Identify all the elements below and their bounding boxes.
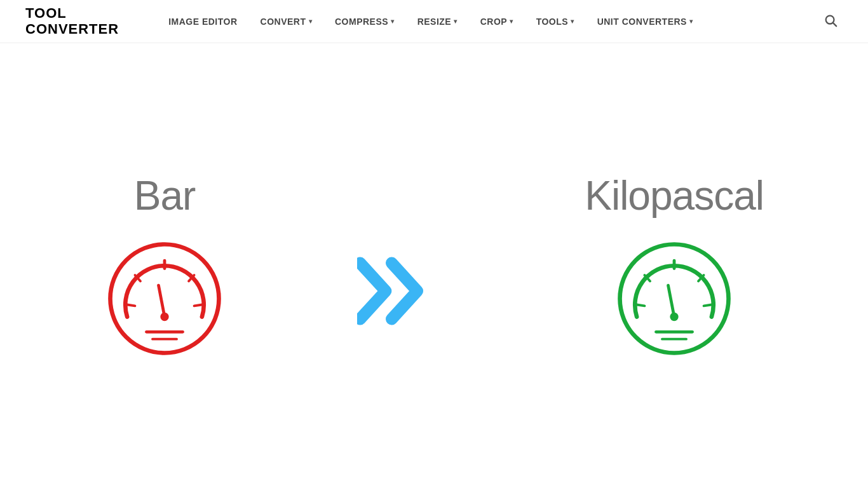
svg-line-18 — [668, 285, 675, 316]
from-gauge-icon — [104, 238, 225, 359]
svg-line-1 — [833, 23, 836, 26]
from-unit-label: Bar — [134, 172, 196, 219]
search-icon[interactable] — [818, 8, 843, 35]
nav-item-resize[interactable]: RESIZE▾ — [406, 0, 469, 43]
chevron-down-icon: ▾ — [391, 18, 395, 25]
svg-point-19 — [670, 313, 678, 321]
svg-line-8 — [159, 285, 165, 316]
svg-line-6 — [127, 305, 135, 306]
chevron-down-icon: ▾ — [510, 18, 513, 25]
nav-item-unit-converters[interactable]: UNIT CONVERTERS▾ — [586, 0, 705, 43]
to-unit-label: Kilopascal — [585, 172, 764, 219]
to-gauge-icon — [614, 238, 735, 359]
to-unit-block: Kilopascal — [585, 172, 764, 359]
chevron-down-icon: ▾ — [454, 18, 458, 25]
svg-line-7 — [194, 305, 202, 306]
from-unit-block: Bar — [104, 172, 225, 359]
conversion-arrow — [357, 205, 452, 326]
chevron-down-icon: ▾ — [689, 18, 693, 25]
chevron-down-icon: ▾ — [309, 18, 313, 25]
main-nav: IMAGE EDITORCONVERT▾COMPRESS▾RESIZE▾CROP… — [157, 0, 818, 43]
nav-item-convert[interactable]: CONVERT▾ — [249, 0, 323, 43]
nav-item-compress[interactable]: COMPRESS▾ — [323, 0, 406, 43]
nav-item-tools[interactable]: TOOLS▾ — [525, 0, 586, 43]
svg-line-17 — [704, 305, 712, 306]
forward-arrows-icon — [357, 256, 452, 326]
svg-line-16 — [637, 305, 644, 306]
chevron-down-icon: ▾ — [571, 18, 574, 25]
nav-item-crop[interactable]: CROP▾ — [469, 0, 525, 43]
site-logo[interactable]: TOOL CONVERTER — [25, 6, 119, 36]
svg-point-9 — [160, 313, 168, 321]
nav-item-image-editor[interactable]: IMAGE EDITOR — [157, 0, 248, 43]
